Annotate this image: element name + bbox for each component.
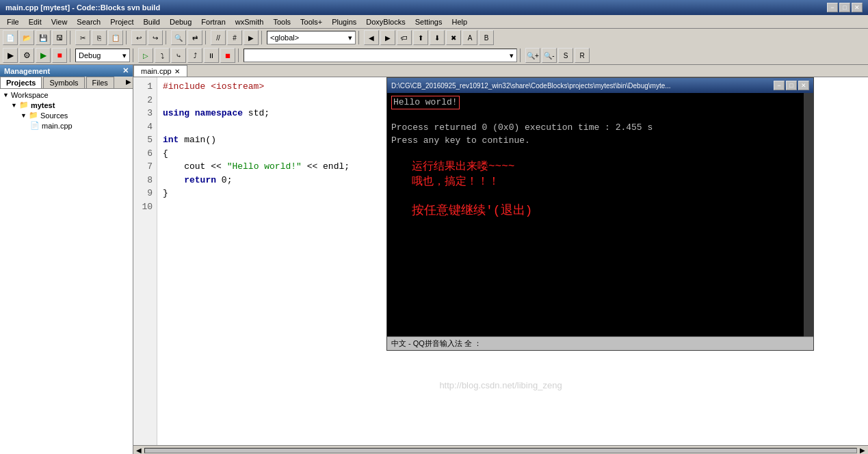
terminal-maximize[interactable]: □ (786, 81, 797, 90)
separator-7 (70, 49, 73, 62)
menu-build[interactable]: Build (139, 17, 163, 27)
main-layout: Management ✕ Projects Symbols Files ▶ ▼ … (0, 65, 868, 454)
scrollbar-track[interactable] (144, 448, 857, 453)
fold-button[interactable]: ▶ (244, 30, 259, 45)
scroll-left[interactable]: ◀ (133, 446, 144, 454)
bookmark-toggle[interactable]: 🏷 (397, 30, 412, 45)
menu-help[interactable]: Help (447, 17, 471, 27)
menu-edit[interactable]: Edit (25, 17, 46, 27)
toolbar-row-1: 📄 📂 💾 🖫 ✂ ⎘ 📋 ↩ ↪ 🔍 ⇄ // # ▶ <global>▾ ◀… (0, 29, 868, 46)
tree-project[interactable]: ▼ 📁 mytest (1, 100, 131, 110)
separator-4 (205, 31, 208, 44)
tab-close-icon[interactable]: ✕ (174, 68, 180, 75)
zoom-out[interactable]: 🔍- (542, 48, 557, 63)
management-title: Management ✕ (0, 65, 133, 77)
menu-tools[interactable]: Tools (269, 17, 295, 27)
separator-3 (166, 31, 168, 44)
find-button[interactable]: 🔍 (171, 30, 186, 45)
tree-workspace[interactable]: ▼ Workspace (1, 90, 131, 100)
terminal-line-blank3 (391, 190, 809, 202)
panel-nav-right[interactable]: ▶ (124, 77, 133, 88)
copy-button[interactable]: ⎘ (92, 30, 107, 45)
horizontal-scrollbar[interactable]: ◀ ▶ (133, 445, 868, 454)
terminal-line-process: Process returned 0 (0x0) execution time … (391, 122, 809, 134)
menu-plugins[interactable]: Plugins (328, 17, 360, 27)
watermark: http://blog.csdn.net/libing_zeng (439, 380, 562, 390)
paste-button[interactable]: 📋 (108, 30, 123, 45)
panel-tabs: Projects Symbols Files ▶ (0, 77, 133, 89)
menu-project[interactable]: Project (106, 17, 137, 27)
redo-button[interactable]: ↪ (148, 30, 163, 45)
menu-fortran[interactable]: Fortran (197, 17, 229, 27)
tab-projects[interactable]: Projects (0, 77, 42, 88)
editor-tabs: main.cpp ✕ (133, 65, 868, 77)
sources-icon: 📁 (29, 111, 38, 120)
menu-debug[interactable]: Debug (166, 17, 196, 27)
menu-wxsmith[interactable]: wxSmith (231, 17, 268, 27)
compile-btn[interactable]: ⚙ (19, 48, 34, 63)
terminal-chinese-3: 按任意键继续'(退出) (391, 202, 809, 219)
expand-icon-2: ▼ (11, 102, 17, 109)
sources-label: Sources (40, 111, 68, 120)
tree-sources[interactable]: ▼ 📁 Sources (1, 110, 131, 120)
menu-view[interactable]: View (47, 17, 72, 27)
global-dropdown[interactable]: <global>▾ (267, 31, 356, 44)
uncomment-button[interactable]: # (227, 30, 242, 45)
close-button[interactable]: ✕ (852, 3, 863, 12)
save-all-button[interactable]: 🖫 (52, 30, 67, 45)
stop-btn[interactable]: ■ (52, 48, 67, 63)
save-button[interactable]: 💾 (36, 30, 51, 45)
maximize-button[interactable]: □ (839, 3, 850, 12)
debug-step-in[interactable]: ⤷ (171, 48, 186, 63)
nav-back-button[interactable]: ◀ (364, 30, 379, 45)
menu-settings[interactable]: Settings (411, 17, 447, 27)
bookmark-clear[interactable]: ✖ (446, 30, 461, 45)
debug-dropdown[interactable]: Debug▾ (75, 49, 130, 62)
new-button[interactable]: 📄 (3, 30, 18, 45)
menu-toolsplus[interactable]: Tools+ (296, 17, 326, 27)
bookmark-next[interactable]: ⬇ (430, 30, 445, 45)
debug-step-over[interactable]: ⤵ (155, 48, 170, 63)
zoom-in[interactable]: 🔍+ (525, 48, 540, 63)
terminal-line-blank2 (391, 147, 809, 159)
run-btn[interactable]: ▶ (36, 48, 51, 63)
comment-button[interactable]: // (211, 30, 226, 45)
tab-main-cpp[interactable]: main.cpp ✕ (133, 65, 187, 77)
btn-b[interactable]: B (479, 30, 494, 45)
menu-file[interactable]: File (3, 17, 23, 27)
menu-search[interactable]: Search (73, 17, 105, 27)
scroll-right[interactable]: ▶ (857, 446, 868, 454)
terminal-chinese-1: 运行结果出来喽~~~~ (391, 159, 809, 174)
debug-stop[interactable]: ⏹ (220, 48, 235, 63)
location-dropdown[interactable]: ▾ (244, 49, 517, 62)
tab-files[interactable]: Files (86, 77, 114, 88)
editor-wrapper: 12345 678910 #include <iostream> using n… (133, 77, 868, 445)
replace-field[interactable]: R (575, 48, 590, 63)
undo-button[interactable]: ↩ (131, 30, 146, 45)
terminal-scrollbar[interactable] (804, 93, 813, 336)
separator-6 (358, 31, 361, 44)
nav-forward-button[interactable]: ▶ (380, 30, 395, 45)
workspace-label: Workspace (11, 91, 49, 99)
open-button[interactable]: 📂 (19, 30, 34, 45)
tree-mainfile[interactable]: 📄 main.cpp (1, 120, 131, 131)
management-close[interactable]: ✕ (122, 66, 129, 75)
debug-run[interactable]: ▷ (138, 48, 153, 63)
menu-doxyblocks[interactable]: DoxyBlocks (362, 17, 409, 27)
btn-a[interactable]: A (462, 30, 477, 45)
search-field[interactable]: S (558, 48, 573, 63)
tab-symbols[interactable]: Symbols (43, 77, 84, 88)
bookmark-prev[interactable]: ⬆ (413, 30, 428, 45)
minimize-button[interactable]: − (827, 3, 838, 12)
build-btn[interactable]: ▶ (3, 48, 18, 63)
project-label: mytest (31, 101, 55, 109)
replace-button[interactable]: ⇄ (187, 30, 202, 45)
debug-step-out[interactable]: ⤴ (187, 48, 202, 63)
terminal-title-bar: D:\CG\CB_20160925_rev10912_win32\share\C… (387, 78, 813, 93)
debug-pause[interactable]: ⏸ (204, 48, 219, 63)
terminal-close[interactable]: ✕ (798, 81, 809, 90)
left-panel: Management ✕ Projects Symbols Files ▶ ▼ … (0, 65, 133, 454)
cut-button[interactable]: ✂ (75, 30, 90, 45)
terminal-minimize[interactable]: − (774, 81, 785, 90)
editor-area: main.cpp ✕ 12345 678910 #include <iostre… (133, 65, 868, 454)
